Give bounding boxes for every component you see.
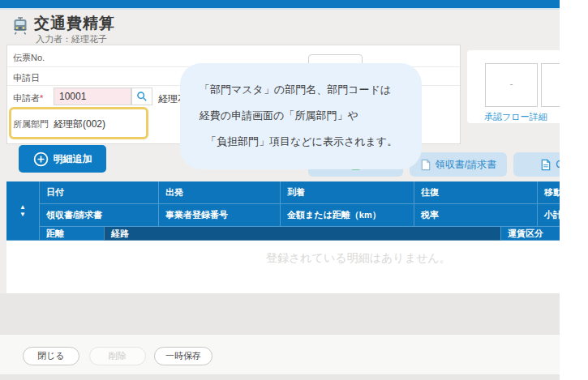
csv-label: CSV (556, 159, 560, 170)
department-value: 経理部(002) (54, 117, 105, 131)
detail-table: ▲ ▼ 日付 出発 到着 往復 移動目的 領収書/請求書 事業者登録番号 金額ま… (6, 181, 560, 293)
col-header-arrival: 到着 (280, 181, 414, 204)
approval-step-box: - (485, 63, 538, 107)
titlebar: 交通費精算 入力者：経理花子 (0, 11, 560, 45)
col-header-roundtrip: 往復 (414, 181, 537, 204)
col-header-receipt: 領収書/請求書 (39, 204, 158, 227)
delete-button: 削除 (89, 347, 146, 365)
empty-state-message: 登録されている明細はありません。 (266, 251, 451, 266)
col-header-fare-type: 運賃区分 (500, 227, 560, 241)
bottom-strip (0, 374, 560, 380)
approval-flow-card: - 承認フロー詳細 (467, 50, 560, 123)
department-tooltip-bubble: 「部門マスタ」の部門名、部門コードは 経費の申請画面の「所属部門」や 「負担部門… (180, 63, 422, 169)
col-header-amount: 金額または距離（km） (280, 204, 414, 227)
approval-flow-detail-link[interactable]: 承認フロー詳細 (484, 111, 547, 123)
sort-up-icon: ▲ (19, 204, 26, 211)
col-header-date: 日付 (39, 181, 158, 204)
receipt-invoice-button[interactable]: 領収書/請求書 (410, 152, 507, 177)
col-header-purpose: 移動目的 (537, 181, 560, 204)
col-header-departure: 出発 (158, 181, 280, 204)
spacer-band (0, 293, 560, 334)
train-icon (11, 16, 30, 39)
applicant-search-button[interactable] (131, 88, 152, 105)
tooltip-line: 「部門マスタ」の部門名、部門コードは (200, 77, 422, 103)
close-button[interactable]: 閉じる (23, 347, 79, 365)
col-header-distance: 距離 (39, 227, 104, 241)
entered-by-label: 入力者：経理花子 (36, 33, 107, 45)
col-header-route: 経路 (104, 227, 500, 241)
approval-step-placeholder: - (486, 79, 537, 88)
expense-page: 交通費精算 入力者：経理花子 伝票No. 申請日 申請者* 経理花子 所属部門 … (0, 0, 560, 380)
save-draft-button[interactable]: 一時保存 (154, 347, 212, 365)
apply-date-label: 申請日 (13, 72, 40, 84)
required-mark: * (40, 93, 43, 103)
tooltip-line: 「負担部門」項目などに表示されます。 (200, 129, 422, 155)
tooltip-line: 経費の申請画面の「所属部門」や (200, 103, 422, 129)
col-header-business-no: 事業者登録番号 (158, 204, 280, 227)
receipt-invoice-label: 領収書/請求書 (436, 158, 496, 172)
department-label: 所属部門 (13, 118, 49, 130)
approval-step-box (541, 63, 560, 107)
applicant-code-input[interactable] (54, 88, 131, 105)
applicant-label: 申請者* (13, 92, 43, 105)
footer-bar: 閉じる 削除 一時保存 (0, 334, 560, 374)
document-icon (420, 159, 431, 171)
col-header-tax: 税率 (414, 204, 537, 227)
page-title: 交通費精算 (34, 13, 115, 34)
slip-no-label: 伝票No. (13, 52, 45, 64)
search-icon (136, 91, 148, 102)
top-accent-bar (0, 0, 560, 10)
plus-circle-icon (33, 152, 49, 167)
add-detail-button[interactable]: 明細追加 (19, 145, 106, 173)
col-header-subtotal: 小計 (537, 204, 560, 227)
screen: 交通費精算 入力者：経理花子 伝票No. 申請日 申請者* 経理花子 所属部門 … (0, 0, 588, 380)
sort-down-icon: ▼ (19, 211, 26, 218)
add-detail-label: 明細追加 (54, 152, 92, 166)
csv-file-icon (540, 159, 552, 171)
sort-control[interactable]: ▲ ▼ (6, 181, 39, 241)
csv-button[interactable]: CSV (513, 152, 560, 177)
